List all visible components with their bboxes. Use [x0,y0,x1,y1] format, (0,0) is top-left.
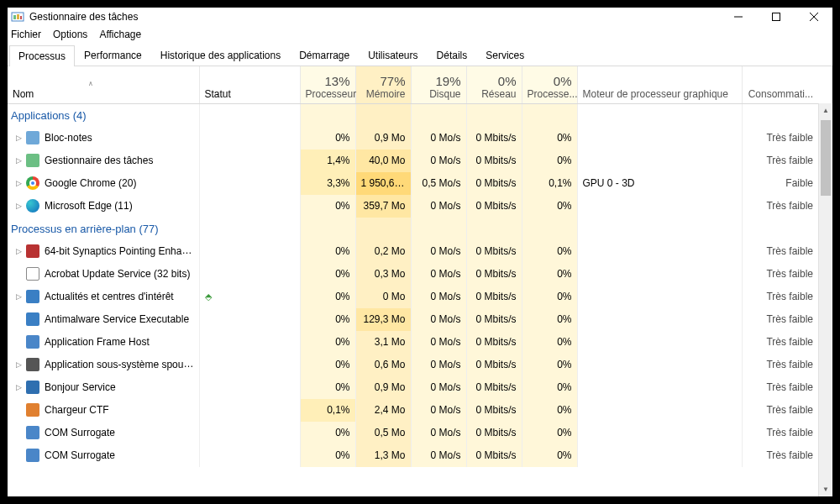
disk-cell: 0 Mo/s [411,354,466,376]
network-cell: 0 Mbits/s [466,376,522,399]
minimize-button[interactable] [719,8,757,26]
col-gpu-engine[interactable]: Moteur de processeur graphique [577,66,742,103]
process-row[interactable]: ▷64-bit Synaptics Pointing Enhan...0%0,2… [8,240,832,263]
process-row[interactable]: COM Surrogate0%0,5 Mo0 Mo/s0 Mbits/s0%Tr… [8,422,832,444]
expand-icon[interactable]: ▷ [16,360,24,369]
status-cell [199,444,300,467]
process-row[interactable]: ▷Gestionnaire des tâches1,4%40,0 Mo0 Mo/… [8,150,832,172]
cpu-cell: 0% [300,127,355,150]
col-network[interactable]: 0%Réseau [466,66,522,103]
titlebar[interactable]: Gestionnaire des tâches [8,8,832,26]
gpu-engine-cell [577,127,742,150]
group-bg[interactable]: Processus en arrière-plan (77) [8,218,832,240]
maximize-button[interactable] [757,8,795,26]
process-name: Bloc-notes [45,132,92,144]
process-row[interactable]: COM Surrogate0%1,3 Mo0 Mo/s0 Mbits/s0%Tr… [8,444,832,467]
memory-cell: 0 Mo [355,286,411,308]
cpu-cell: 0% [300,376,355,399]
menu-file[interactable]: Fichier [11,29,41,40]
expand-icon[interactable]: ▷ [16,156,24,165]
disk-cell: 0 Mo/s [411,195,466,218]
process-row[interactable]: Antimalware Service Executable0%129,3 Mo… [8,308,832,331]
gpu-engine-cell [577,331,742,354]
process-name: Actualités et centres d'intérêt [45,291,174,302]
network-cell: 0 Mbits/s [466,286,522,308]
tab-d-tails[interactable]: Détails [428,45,477,66]
expand-icon[interactable]: ▷ [16,134,24,142]
vertical-scrollbar[interactable]: ▲ ▼ [818,103,832,496]
tab-d-marrage[interactable]: Démarrage [290,45,359,66]
tab-bar: ProcessusPerformanceHistorique des appli… [8,43,832,66]
process-name: COM Surrogate [45,449,115,461]
process-row[interactable]: ▷Application sous-système spoul...0%0,6 … [8,354,832,376]
col-cpu[interactable]: 13%Processeur [300,66,355,103]
memory-cell: 0,6 Mo [355,354,411,376]
menu-options[interactable]: Options [53,29,87,40]
status-cell [199,195,300,218]
group-apps[interactable]: Applications (4) [8,103,832,127]
gpu-engine-cell [577,308,742,331]
tab-processus[interactable]: Processus [9,45,75,66]
expand-icon[interactable]: ▷ [16,292,24,301]
cpu-cell: 0% [300,240,355,263]
process-row[interactable]: ▷Bonjour Service0%0,9 Mo0 Mo/s0 Mbits/s0… [8,376,832,399]
status-cell [199,150,300,172]
cpu-cell: 0,1% [300,399,355,422]
gpu-engine-cell [577,150,742,172]
status-cell [199,127,300,150]
scroll-down-icon[interactable]: ▼ [819,482,832,496]
process-row[interactable]: Chargeur CTF0,1%2,4 Mo0 Mo/s0 Mbits/s0%T… [8,399,832,422]
memory-cell: 359,7 Mo [355,195,411,218]
app-icon [11,10,24,24]
gpu-engine-cell [577,376,742,399]
process-row[interactable]: ▷Bloc-notes0%0,9 Mo0 Mo/s0 Mbits/s0%Très… [8,127,832,150]
disk-cell: 0 Mo/s [411,150,466,172]
close-button[interactable] [795,8,832,26]
gpu-cell: 0% [522,240,577,263]
process-name: Google Chrome (20) [45,177,136,189]
expand-icon[interactable]: ▷ [16,247,24,255]
gpu-engine-cell [577,263,742,286]
gpu-cell: 0% [522,422,577,444]
scroll-up-icon[interactable]: ▲ [819,103,832,118]
tab-services[interactable]: Services [476,45,533,66]
scroll-thumb[interactable] [821,120,831,196]
expand-icon[interactable]: ▷ [16,383,24,391]
memory-cell: 40,0 Mo [355,150,411,172]
tab-historique-des-applications[interactable]: Historique des applications [151,45,290,66]
process-row[interactable]: Acrobat Update Service (32 bits)0%0,3 Mo… [8,263,832,286]
col-gpu[interactable]: 0%Processe... [522,66,577,103]
memory-cell: 0,2 Mo [355,240,411,263]
memory-cell: 129,3 Mo [355,308,411,331]
col-disk[interactable]: 19%Disque [411,66,466,103]
gpu-engine-cell: GPU 0 - 3D [577,172,742,195]
cpu-cell: 0% [300,354,355,376]
process-row[interactable]: Application Frame Host0%3,1 Mo0 Mo/s0 Mb… [8,331,832,354]
process-name: Acrobat Update Service (32 bits) [45,268,190,280]
process-row[interactable]: ▷Actualités et centres d'intérêt ⬘0%0 Mo… [8,286,832,308]
cpu-cell: 0% [300,195,355,218]
memory-cell: 0,9 Mo [355,127,411,150]
menu-view[interactable]: Affichage [99,29,141,40]
svg-rect-5 [772,13,780,21]
tab-performance[interactable]: Performance [75,45,151,66]
cpu-cell: 0% [300,263,355,286]
process-row[interactable]: ▷Microsoft Edge (11)0%359,7 Mo0 Mo/s0 Mb… [8,195,832,218]
status-cell [199,263,300,286]
gpu-cell: 0% [522,444,577,467]
disk-cell: 0,5 Mo/s [411,172,466,195]
disk-cell: 0 Mo/s [411,376,466,399]
process-name: Application Frame Host [45,336,150,348]
gpu-cell: 0,1% [522,172,577,195]
process-row[interactable]: ▷Google Chrome (20)3,3%1 950,6 Mo0,5 Mo/… [8,172,832,195]
expand-icon[interactable]: ▷ [16,202,24,210]
expand-icon[interactable]: ▷ [16,179,24,187]
tab-utilisateurs[interactable]: Utilisateurs [359,45,427,66]
col-consumption[interactable]: Consommati... [742,66,832,103]
network-cell: 0 Mbits/s [466,422,522,444]
network-cell: 0 Mbits/s [466,308,522,331]
status-cell: ⬘ [199,286,300,308]
col-name[interactable]: ∧Nom [8,66,199,103]
col-memory[interactable]: 77%Mémoire [355,66,411,103]
col-status[interactable]: Statut [199,66,300,103]
